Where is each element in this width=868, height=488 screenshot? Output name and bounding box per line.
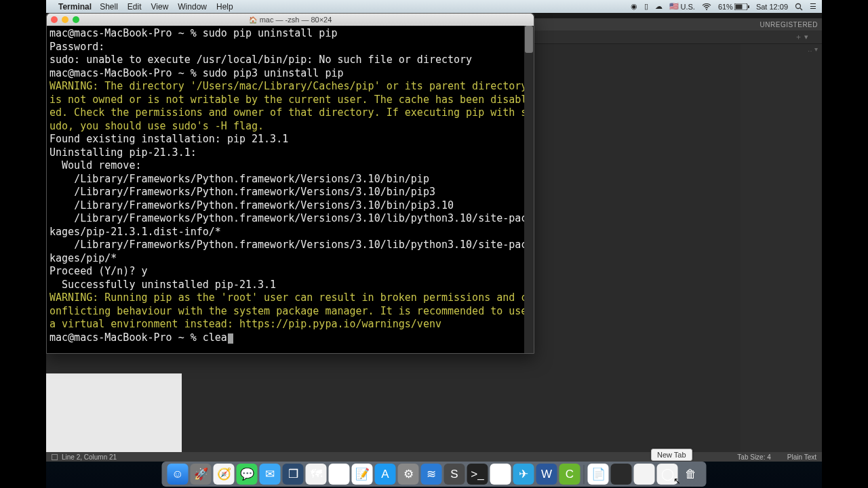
svg-point-0: [706, 9, 707, 10]
virtualbox-icon[interactable]: ❒: [283, 464, 304, 485]
status-checkbox-icon[interactable]: [52, 454, 58, 460]
term-line: mac@macs-MacBook-Pro ~ % sudo pip3 unins…: [50, 67, 343, 79]
editor-statusbar: Line 2, Column 21 Tab Size: 4 Plain Text: [46, 452, 822, 462]
minimize-icon[interactable]: [62, 16, 68, 23]
svg-rect-3: [748, 5, 749, 8]
appstore-icon[interactable]: A: [375, 464, 396, 485]
unregistered-label: UNREGISTERED: [760, 21, 818, 28]
term-warning: WARNING: The directory '/Users/mac/Libra…: [50, 80, 533, 132]
cursor-icon: [228, 333, 233, 344]
terminal-window[interactable]: 🏠mac — -zsh — 80×24 mac@macs-MacBook-Pro…: [46, 13, 534, 354]
notes-icon[interactable]: 📝: [352, 464, 373, 485]
light-window-icon[interactable]: [634, 464, 655, 485]
svg-rect-2: [735, 4, 742, 9]
safari-icon[interactable]: 🧭: [214, 464, 235, 485]
term-line: Found existing installation: pip 21.3.1: [50, 133, 288, 145]
trash-icon[interactable]: 🗑: [680, 464, 701, 485]
status-device-icon[interactable]: ▯: [644, 2, 648, 11]
term-warning: WARNING: Running pip as the 'root' user …: [50, 291, 533, 330]
clock[interactable]: Sat 12:09: [756, 3, 788, 11]
dark-window-icon[interactable]: [611, 464, 632, 485]
chrome-icon[interactable]: ◯: [490, 464, 511, 485]
zoom-icon[interactable]: [73, 16, 79, 23]
term-line: /Library/Frameworks/Python.framework/Ver…: [50, 199, 454, 211]
word-icon[interactable]: W: [536, 464, 557, 485]
status-circle-icon[interactable]: ◉: [631, 2, 637, 11]
maps-icon[interactable]: 🗺: [306, 464, 327, 485]
menu-edit[interactable]: Edit: [127, 2, 142, 12]
mail-icon[interactable]: ✉: [260, 464, 281, 485]
battery-status[interactable]: 61%: [718, 3, 749, 11]
svg-line-5: [800, 8, 802, 10]
terminal-titlebar[interactable]: 🏠mac — -zsh — 80×24: [47, 14, 534, 26]
input-source[interactable]: 🇺🇸 U.S.: [669, 2, 694, 11]
status-position: Line 2, Column 21: [62, 453, 117, 461]
messages-icon[interactable]: 💬: [237, 464, 258, 485]
term-line: Successfully uninstalled pip-21.3.1: [50, 279, 276, 291]
dock-tooltip: New Tab: [651, 449, 692, 461]
sublime-icon[interactable]: S: [444, 464, 465, 485]
camtasia-icon[interactable]: C: [559, 464, 580, 485]
editor-new-tab-button[interactable]: ＋ ▾: [795, 32, 808, 42]
scrollbar-thumb[interactable]: [525, 26, 533, 53]
term-line: Would remove:: [50, 159, 141, 171]
terminal-content[interactable]: mac@macs-MacBook-Pro ~ % sudo pip uninst…: [47, 26, 534, 353]
document-icon[interactable]: 📄: [588, 464, 609, 485]
home-icon: 🏠: [249, 16, 257, 24]
menu-shell[interactable]: Shell: [100, 2, 118, 12]
launchpad-icon[interactable]: 🚀: [191, 464, 212, 485]
term-line: /Library/Frameworks/Python.framework/Ver…: [50, 173, 429, 185]
term-line: /Library/Frameworks/Python.framework/Ver…: [50, 212, 527, 238]
telegram-icon[interactable]: ✈: [513, 464, 534, 485]
term-line: mac@macs-MacBook-Pro ~ % sudo pip uninst…: [50, 27, 337, 39]
close-icon[interactable]: [51, 16, 58, 23]
term-line: /Library/Frameworks/Python.framework/Ver…: [50, 239, 527, 264]
menu-window[interactable]: Window: [178, 2, 207, 12]
menu-view[interactable]: View: [151, 2, 169, 12]
control-center-icon[interactable]: ☰: [810, 2, 816, 11]
wifi-icon[interactable]: [702, 3, 711, 10]
minimap-controls-icon[interactable]: ‥ ▾: [808, 45, 818, 53]
app-menu[interactable]: Terminal: [58, 2, 92, 12]
spotlight-icon[interactable]: [795, 3, 803, 11]
status-cloud-icon[interactable]: ☁: [655, 2, 663, 11]
term-line: Uninstalling pip-21.3.1:: [50, 146, 197, 159]
editor-minimap[interactable]: ‥ ▾: [741, 44, 822, 452]
status-tabsize[interactable]: Tab Size: 4: [737, 453, 770, 461]
term-line: sudo: unable to execute /usr/local/bin/p…: [50, 54, 472, 66]
status-language[interactable]: Plain Text: [787, 453, 816, 461]
menubar[interactable]: Terminal Shell Edit View Window Help ◉ ▯…: [46, 0, 822, 13]
terminal-icon[interactable]: >_: [467, 464, 488, 485]
svg-point-4: [796, 3, 801, 8]
dock-tray[interactable]: ☺🚀🧭💬✉❒🗺✿📝A⚙≋S>_◯✈WC📄◯↖🗑: [162, 462, 707, 487]
dock-separator: [584, 465, 585, 484]
chrome-newtab-icon[interactable]: ◯↖: [657, 464, 678, 485]
term-prompt-line: mac@macs-MacBook-Pro ~ % clea: [50, 331, 227, 344]
finder-icon[interactable]: ☺: [167, 464, 189, 485]
terminal-title: mac — -zsh — 80×24: [260, 16, 332, 24]
settings-icon[interactable]: ⚙: [398, 464, 419, 485]
photos-icon[interactable]: ✿: [329, 464, 350, 485]
vscode-icon[interactable]: ≋: [421, 464, 442, 485]
dock: ☺🚀🧭💬✉❒🗺✿📝A⚙≋S>_◯✈WC📄◯↖🗑: [46, 462, 822, 488]
menu-help[interactable]: Help: [216, 2, 233, 12]
terminal-scrollbar[interactable]: [524, 26, 534, 353]
editor-thumbnail-panel: [46, 373, 182, 462]
term-line: Proceed (Y/n)? y: [50, 265, 148, 277]
window-controls[interactable]: [51, 16, 79, 23]
term-line: /Library/Frameworks/Python.framework/Ver…: [50, 186, 435, 198]
term-line: Password:: [50, 41, 104, 53]
menubar-right: ◉ ▯ ☁ 🇺🇸 U.S. 61% Sat 12:09 ☰: [631, 2, 822, 11]
